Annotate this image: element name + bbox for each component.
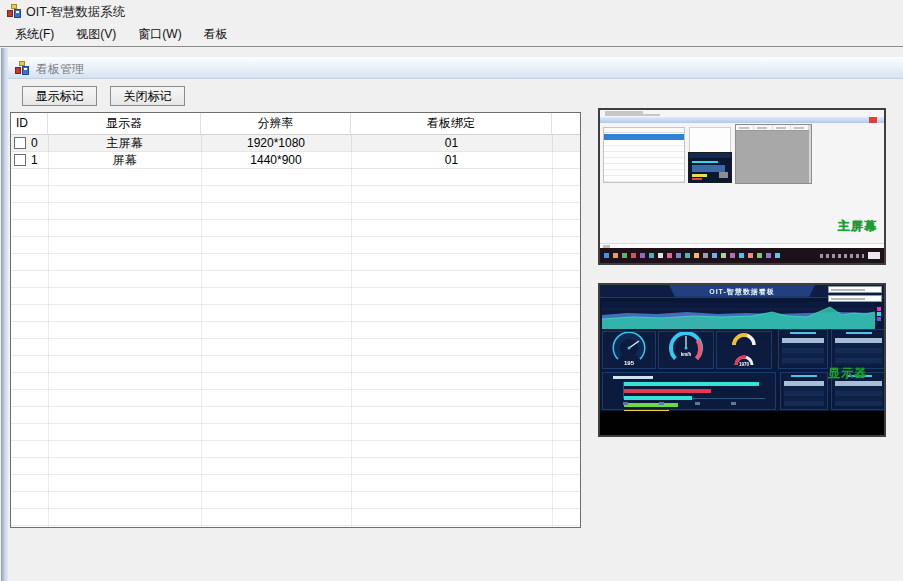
menu-kanban[interactable]: 看板 <box>193 22 239 47</box>
dashboard-filter-input <box>828 295 882 302</box>
cell-id[interactable]: 0 <box>11 135 48 151</box>
legend-dot <box>877 307 881 311</box>
table-row[interactable]: 1 屏幕 1440*900 01 <box>11 152 580 169</box>
window-title: OIT-智慧数据系统 <box>26 4 125 21</box>
secondary-screen-preview: OIT-智慧数据看板 <box>598 283 886 437</box>
grid-line <box>552 135 553 527</box>
col-header-filler <box>552 113 580 134</box>
row-id-text: 0 <box>31 135 38 151</box>
gauge-panel-3: 1970 <box>716 331 772 369</box>
gauge-panel-2: km/h <box>658 331 714 369</box>
cell-binding[interactable]: 01 <box>351 152 552 168</box>
window-titlebar: OIT-智慧数据系统 <box>0 0 903 22</box>
letterbox-band <box>600 411 884 435</box>
menu-bar: 系统(F) 视图(V) 窗口(W) 看板 <box>0 22 903 47</box>
gauge1-value: 195 <box>624 360 635 366</box>
row-checkbox[interactable] <box>14 154 26 166</box>
dash-table-3 <box>780 372 828 410</box>
child-window-title: 看板管理 <box>36 61 84 78</box>
cell-binding[interactable]: 01 <box>351 135 552 151</box>
dashboard-area-chart <box>602 302 875 329</box>
col-header-binding[interactable]: 看板绑定 <box>351 113 552 134</box>
table-row[interactable]: 0 主屏幕 1920*1080 01 <box>11 135 580 152</box>
display-table: ID 显示器 分辨率 看板绑定 0 主屏幕 1920*1080 01 1 <box>10 112 581 528</box>
mini-gray-window <box>735 124 812 184</box>
main-screen-marker: 主屏幕 <box>838 218 877 235</box>
legend-dot <box>877 312 881 316</box>
mini-taskbar <box>600 248 884 263</box>
app-icon <box>6 3 22 19</box>
child-window-icon <box>14 60 30 76</box>
row-checkbox[interactable] <box>14 137 26 149</box>
cell-id[interactable]: 1 <box>11 152 48 168</box>
main-screen-preview: 主屏幕 <box>598 108 886 265</box>
dashboard-filter-input <box>828 286 882 293</box>
mini-bar-chart-bars <box>623 382 765 399</box>
mini-tray-icons <box>820 254 864 258</box>
dash-table-1 <box>778 329 828 369</box>
mini-close-button <box>869 117 877 123</box>
mini-taskbar-icons <box>600 248 780 262</box>
close-mark-button[interactable]: 关闭标记 <box>110 86 185 106</box>
col-header-resolution[interactable]: 分辨率 <box>201 113 351 134</box>
table-body: 0 主屏幕 1920*1080 01 1 屏幕 1440*900 01 <box>11 135 580 527</box>
grid-line <box>351 135 352 527</box>
dash-bar-chart <box>602 372 776 410</box>
menu-window[interactable]: 窗口(W) <box>127 22 192 47</box>
cell-resolution[interactable]: 1440*900 <box>201 152 351 168</box>
secondary-screen-marker: 显示器 <box>828 365 867 382</box>
bar-chart-ticks <box>623 402 765 405</box>
mini-menu-bar <box>605 114 660 116</box>
svg-text:km/h: km/h <box>681 352 692 357</box>
menu-system[interactable]: 系统(F) <box>4 22 65 47</box>
gauge-panel-1: 195 <box>602 331 656 369</box>
grid-line <box>48 135 49 527</box>
menu-view[interactable]: 视图(V) <box>65 22 127 47</box>
col-header-display[interactable]: 显示器 <box>48 113 201 134</box>
row-id-text: 1 <box>31 152 38 168</box>
mini-child-caption <box>600 117 884 123</box>
mini-table <box>603 127 685 183</box>
grid-line <box>201 135 202 527</box>
cell-resolution[interactable]: 1920*1080 <box>201 135 351 151</box>
dashboard-screenshot: OIT-智慧数据看板 <box>600 285 884 435</box>
cell-display[interactable]: 主屏幕 <box>48 135 201 151</box>
dash-table-2 <box>831 329 884 369</box>
gauge3-value: 1970 <box>739 362 750 367</box>
col-header-id[interactable]: ID <box>11 113 48 134</box>
child-window-caption: 看板管理 <box>8 57 903 79</box>
mini-dashboard-thumb <box>688 152 732 183</box>
mini-clock <box>868 252 880 259</box>
table-header: ID 显示器 分辨率 看板绑定 <box>11 113 580 135</box>
legend-dot <box>877 317 881 321</box>
show-mark-button[interactable]: 显示标记 <box>22 86 97 106</box>
mini-desktop: 主屏幕 <box>600 110 884 263</box>
mdi-left-edge <box>1 48 8 581</box>
cell-display[interactable]: 屏幕 <box>48 152 201 168</box>
application-window: OIT-智慧数据系统 系统(F) 视图(V) 窗口(W) 看板 看板管理 显示标… <box>0 0 903 581</box>
